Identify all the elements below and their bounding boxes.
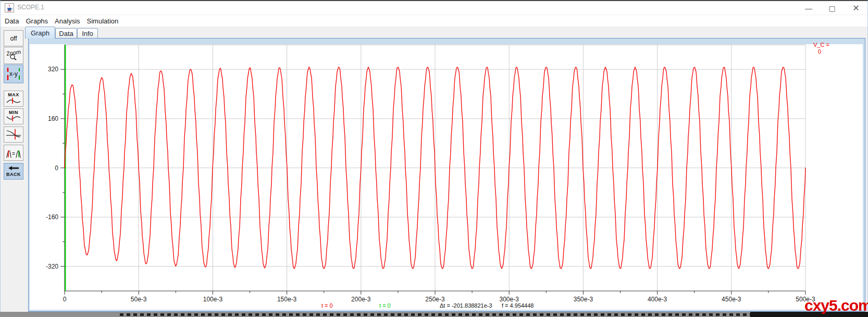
compare-peaks-button[interactable]: =	[4, 145, 23, 161]
min-button-label: MIN	[9, 110, 18, 115]
delta-t-readout: Δt = -201.838821e-3	[440, 302, 492, 309]
y-tick-label: -320	[46, 263, 58, 270]
max-curve-icon	[6, 97, 21, 105]
close-button[interactable]: ✕	[847, 1, 865, 15]
cursor-green-time: t = 0	[379, 302, 391, 309]
back-arrow-icon	[8, 166, 19, 172]
x-tick-label: 400e-3	[648, 296, 667, 303]
y-tick-label: -160	[46, 213, 58, 221]
y-tick-label: 320	[48, 66, 58, 73]
x-tick-label: 250e-3	[425, 296, 445, 303]
scope-window: SCOPE.1 — ▢ ✕ Data Graphs Analysis Simul…	[0, 0, 868, 317]
title-bar[interactable]: SCOPE.1 — ▢ ✕	[1, 1, 867, 15]
max-button[interactable]: MAX	[4, 91, 23, 107]
watermark-text: cxy5.com	[804, 297, 868, 314]
svg-text:x-y: x-y	[9, 70, 18, 78]
y-tick-label: 0	[55, 164, 58, 172]
x-tick-label: 150e-3	[277, 296, 297, 303]
maximize-button[interactable]: ▢	[823, 1, 841, 15]
scope-plot[interactable]: 3201600-160-320050e-3100e-3150e-3200e-32…	[30, 44, 863, 310]
x-tick-label: 0	[63, 296, 67, 303]
minimize-button[interactable]: —	[800, 1, 817, 15]
tab-info[interactable]: Info	[77, 28, 98, 39]
menu-simulation[interactable]: Simulation	[87, 17, 119, 25]
max-button-label: MAX	[8, 92, 19, 97]
tab-data[interactable]: Data	[55, 28, 77, 39]
menu-graphs[interactable]: Graphs	[26, 17, 48, 25]
cursor-red-time: t = 0	[321, 302, 333, 309]
zoom-button-label: Zoom	[6, 48, 21, 57]
frequency-readout: f = 4.954448	[502, 302, 534, 309]
back-button[interactable]: BACK	[4, 163, 23, 180]
xy-cursor-icon: x-y	[6, 67, 21, 81]
tab-graph[interactable]: Graph	[25, 27, 55, 39]
java-app-icon	[5, 3, 14, 12]
crossing-point-icon	[6, 128, 21, 142]
background-text-fragment	[120, 313, 750, 316]
menu-bar: Data Graphs Analysis Simulation	[1, 15, 867, 27]
zoom-button[interactable]: Zoom	[4, 47, 23, 64]
off-button-label: off	[10, 35, 17, 42]
off-button[interactable]: off	[4, 30, 23, 46]
x-tick-label: 50e-3	[131, 296, 147, 303]
back-button-label: BACK	[6, 172, 21, 177]
min-button[interactable]: MIN	[4, 108, 23, 124]
plot-area[interactable]: 3201600-160-320050e-3100e-3150e-3200e-32…	[30, 44, 863, 310]
x-tick-label: 300e-3	[500, 296, 519, 303]
x-tick-label: 350e-3	[574, 296, 593, 303]
crossing-point-button[interactable]	[4, 126, 23, 143]
svg-text:=: =	[12, 151, 15, 157]
x-tick-label: 450e-3	[722, 296, 741, 303]
background-strip	[0, 312, 868, 317]
legend-signal-name: V_C =	[813, 42, 829, 48]
x-tick-label: 100e-3	[203, 296, 223, 303]
y-tick-label: 160	[48, 115, 58, 122]
xy-cursor-button[interactable]: x-y	[4, 65, 23, 83]
compare-peaks-icon: =	[6, 146, 21, 160]
graph-panel: 3201600-160-320050e-3100e-3150e-3200e-32…	[28, 38, 865, 312]
legend-signal-value: 0	[813, 48, 829, 55]
window-frame: SCOPE.1 — ▢ ✕ Data Graphs Analysis Simul…	[0, 0, 868, 312]
min-curve-icon	[6, 115, 21, 123]
trace-legend: V_C = 0	[813, 42, 829, 55]
menu-data[interactable]: Data	[5, 17, 19, 25]
window-title: SCOPE.1	[17, 4, 44, 11]
menu-analysis[interactable]: Analysis	[55, 17, 80, 25]
x-tick-label: 200e-3	[351, 296, 371, 303]
